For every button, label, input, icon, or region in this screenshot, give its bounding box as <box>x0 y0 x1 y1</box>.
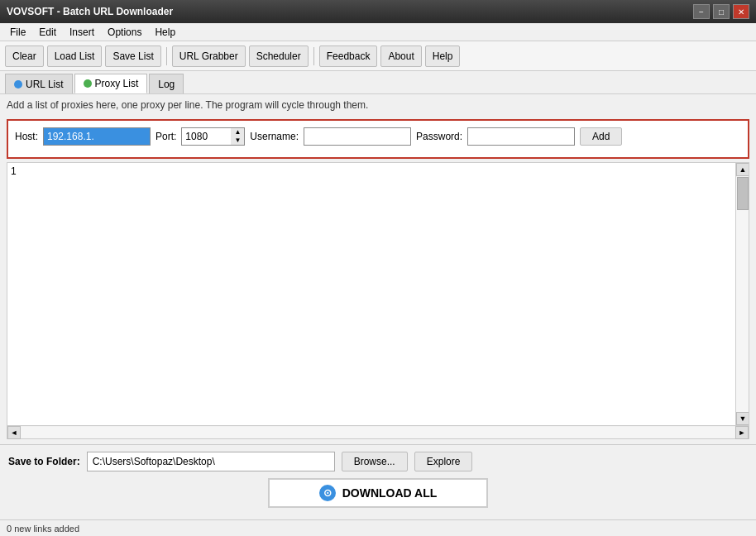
close-button[interactable]: ✕ <box>733 4 749 19</box>
toolbar-separator-2 <box>313 47 314 65</box>
horizontal-scrollbar[interactable]: ◄ ► <box>7 425 749 438</box>
app-window: VOVSOFT - Batch URL Downloader − □ ✕ Fil… <box>0 0 756 536</box>
status-bar: 0 new links added <box>0 519 756 536</box>
proxy-description: Add a list of proxies here, one proxy pe… <box>7 99 749 111</box>
scroll-right-button[interactable]: ► <box>735 426 749 439</box>
toolbar: Clear Load List Save List URL Grabber Sc… <box>0 41 756 71</box>
proxy-form: Host: Port: ▲ ▼ Username: Password: <box>7 119 749 159</box>
add-proxy-button[interactable]: Add <box>580 127 622 146</box>
save-folder-label: Save to Folder: <box>8 456 80 467</box>
download-all-button[interactable]: ⊙ DOWNLOAD ALL <box>268 478 489 508</box>
proxy-area: Add a list of proxies here, one proxy pe… <box>0 94 756 444</box>
url-list-icon <box>14 80 22 89</box>
window-controls: − □ ✕ <box>693 4 749 19</box>
menu-bar: File Edit Insert Options Help <box>0 23 756 41</box>
menu-file[interactable]: File <box>3 25 32 40</box>
url-grabber-button[interactable]: URL Grabber <box>172 45 246 67</box>
tab-url-list[interactable]: URL List <box>5 74 73 93</box>
port-input[interactable] <box>181 127 231 146</box>
tab-url-list-label: URL List <box>26 79 64 90</box>
port-spinner: ▲ ▼ <box>231 127 245 146</box>
scroll-thumb[interactable] <box>737 177 749 210</box>
tab-log-label: Log <box>158 79 175 90</box>
host-label: Host: <box>15 131 38 142</box>
proxy-list-icon <box>84 79 92 88</box>
menu-options[interactable]: Options <box>101 25 148 40</box>
username-label: Username: <box>250 131 299 142</box>
scroll-down-button[interactable]: ▼ <box>736 412 749 425</box>
explore-button[interactable]: Explore <box>414 452 473 471</box>
scroll-up-button[interactable]: ▲ <box>736 163 749 176</box>
password-label: Password: <box>416 131 462 142</box>
tab-proxy-list-label: Proxy List <box>95 78 139 89</box>
main-content: Add a list of proxies here, one proxy pe… <box>0 94 756 519</box>
scroll-track[interactable] <box>736 176 749 412</box>
proxy-list-entry: 1 <box>9 165 734 178</box>
download-icon: ⊙ <box>319 485 336 501</box>
bottom-section: Save to Folder: Browse... Explore ⊙ DOWN… <box>0 444 756 519</box>
vertical-scrollbar[interactable]: ▲ ▼ <box>735 163 749 425</box>
minimize-button[interactable]: − <box>693 4 710 19</box>
username-input[interactable] <box>304 127 411 146</box>
download-row: ⊙ DOWNLOAD ALL <box>8 478 748 508</box>
folder-path-input[interactable] <box>87 452 335 471</box>
port-label: Port: <box>156 131 176 142</box>
about-button[interactable]: About <box>380 45 421 67</box>
port-increment-button[interactable]: ▲ <box>231 128 244 136</box>
maximize-button[interactable]: □ <box>713 4 730 19</box>
tab-bar: URL List Proxy List Log <box>0 71 756 94</box>
scheduler-button[interactable]: Scheduler <box>249 45 309 67</box>
save-folder-row: Save to Folder: Browse... Explore <box>8 452 748 471</box>
status-text: 0 new links added <box>7 524 79 534</box>
title-bar: VOVSOFT - Batch URL Downloader − □ ✕ <box>0 0 756 23</box>
browse-button[interactable]: Browse... <box>342 452 408 471</box>
save-list-button[interactable]: Save List <box>105 45 160 67</box>
menu-insert[interactable]: Insert <box>63 25 101 40</box>
horizontal-scroll-track[interactable] <box>21 427 735 438</box>
host-input[interactable] <box>43 127 151 146</box>
proxy-list-container: 1 ▲ ▼ <box>7 163 749 425</box>
menu-edit[interactable]: Edit <box>32 25 63 40</box>
menu-help[interactable]: Help <box>148 25 182 40</box>
tab-proxy-list[interactable]: Proxy List <box>74 74 148 93</box>
scroll-left-button[interactable]: ◄ <box>7 426 21 439</box>
tab-log[interactable]: Log <box>149 74 184 93</box>
download-all-label: DOWNLOAD ALL <box>342 486 438 500</box>
load-list-button[interactable]: Load List <box>47 45 103 67</box>
password-input[interactable] <box>467 127 575 146</box>
toolbar-separator <box>166 47 167 65</box>
proxy-list-content: 1 <box>7 163 735 425</box>
proxy-form-row: Host: Port: ▲ ▼ Username: Password: <box>15 127 741 146</box>
port-group: ▲ ▼ <box>181 127 245 146</box>
port-decrement-button[interactable]: ▼ <box>231 136 244 145</box>
feedback-button[interactable]: Feedback <box>319 45 378 67</box>
window-title: VOVSOFT - Batch URL Downloader <box>7 6 173 17</box>
clear-button[interactable]: Clear <box>5 45 44 67</box>
help-button[interactable]: Help <box>425 45 461 67</box>
